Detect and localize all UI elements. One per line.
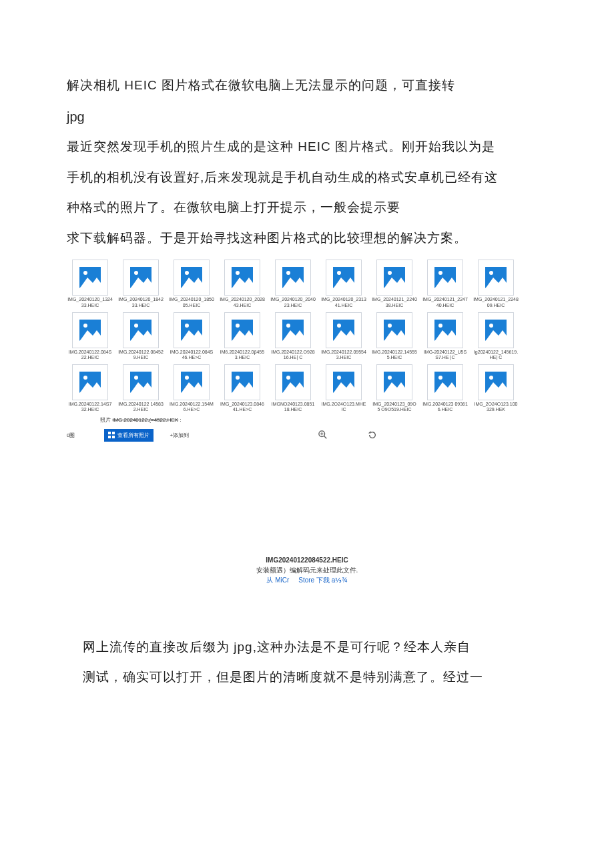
file-name: IMG.20240122.145555.HEIC bbox=[371, 350, 418, 360]
svg-point-5 bbox=[185, 271, 189, 275]
image-placeholder-icon bbox=[478, 312, 514, 348]
file-name: IM6.20240122.0β4553.HEIC bbox=[219, 350, 266, 360]
image-placeholder-icon bbox=[478, 364, 514, 400]
image-placeholder-icon bbox=[427, 260, 463, 296]
image-placeholder-icon bbox=[174, 364, 210, 400]
file-item[interactable]: IMG.20240122.095543.HEIC bbox=[320, 312, 367, 360]
file-item[interactable]: IMG_20240121_224038.HEIC bbox=[371, 260, 418, 308]
codec-filename: IMG20240122084522.HEIC bbox=[220, 555, 394, 565]
rotate-icon[interactable] bbox=[368, 430, 377, 440]
file-item[interactable]: IMG_20240120_184233.HEIC bbox=[117, 260, 164, 308]
text: 手机的相机没有设置好,后来发现就是手机自动生成的格式安卓机已经有这 bbox=[67, 170, 498, 184]
text: IMG.20240122.(=4522.HEK bbox=[112, 417, 178, 423]
file-name: IMG.20240122.084S46.HE>C bbox=[168, 350, 215, 360]
svg-point-53 bbox=[489, 376, 493, 380]
image-placeholder-icon bbox=[275, 260, 311, 296]
view-all-photos-button[interactable]: 查看所有照片 bbox=[104, 429, 154, 442]
file-name: IMG.20240122 145832.HEIC bbox=[117, 402, 164, 412]
file-item[interactable]: IMG.20240122.O92816.HE∣C bbox=[270, 312, 316, 360]
file-item[interactable]: IMG_20240120_202843.HEIC bbox=[219, 260, 266, 308]
file-item[interactable]: IMG_20240120_231341.HEIC bbox=[320, 260, 367, 308]
svg-point-29 bbox=[337, 324, 341, 328]
file-item[interactable]: IMG_20240120_132433.HEIC bbox=[67, 260, 113, 308]
svg-point-19 bbox=[83, 324, 87, 328]
file-item[interactable]: Ig20240122_145619.HE∣C bbox=[473, 312, 519, 360]
image-placeholder-icon bbox=[224, 364, 260, 400]
photos-app-bar: 照片 IMG.20240122.(=4522.HEK : 0图 查看所有照片 +… bbox=[67, 416, 547, 442]
svg-point-3 bbox=[134, 271, 138, 275]
text: 求下载解码器。于是开始寻找这种图片格式的比较理想的解决方案。 bbox=[67, 231, 467, 245]
store-link-2[interactable]: Store 下我 a⅓¾ bbox=[298, 576, 347, 584]
file-item[interactable]: IMG.20240122.145555.HEIC bbox=[371, 312, 418, 360]
file-name: IMG-20240122_U5SS7.HE∣C bbox=[422, 350, 469, 360]
title-line-1: 解决相机 HEIC 图片格式在微软电脑上无法显示的问题，可直接转 bbox=[67, 73, 547, 97]
file-name: IMG_20240120_204023.HEIC bbox=[270, 297, 316, 308]
svg-point-11 bbox=[337, 271, 341, 275]
zoom-in-icon[interactable] bbox=[318, 430, 328, 440]
file-item[interactable]: IMG-20240122_U5SS7.HE∣C bbox=[422, 312, 469, 360]
add-to-button[interactable]: +添加到 bbox=[170, 432, 189, 439]
file-item[interactable]: IMGNO240123.085118.HEIC bbox=[270, 364, 316, 412]
left-label: 0图 bbox=[67, 432, 75, 439]
file-name: IMG_2O24O123.100329.HEK bbox=[473, 402, 519, 412]
file-name: IMG_20240120_184233.HEIC bbox=[117, 297, 164, 308]
file-item[interactable]: IMG.20240122.084529.HEIC bbox=[117, 312, 164, 360]
file-name: IMGNO240123.085118.HEIC bbox=[270, 402, 316, 412]
image-placeholder-icon bbox=[224, 312, 260, 348]
text: 网上流传的直接改后缀为 jpg,这种办法是不是可行呢？经本人亲自 bbox=[83, 640, 471, 654]
file-item[interactable]: IMG_20240121_224740.HEIC bbox=[422, 260, 469, 308]
svg-point-49 bbox=[388, 376, 392, 380]
text: : bbox=[178, 417, 181, 423]
svg-line-59 bbox=[324, 436, 327, 439]
image-placeholder-icon bbox=[72, 364, 108, 400]
file-item[interactable]: IMG.20240122.14S732.HEIC bbox=[67, 364, 113, 412]
svg-point-9 bbox=[286, 271, 290, 275]
file-name: IMG_20240123.084641.HE>C bbox=[219, 402, 266, 412]
image-placeholder-icon bbox=[427, 312, 463, 348]
image-placeholder-icon bbox=[478, 260, 514, 296]
image-placeholder-icon bbox=[376, 364, 412, 400]
file-item[interactable]: IMG.20240122 145832.HEIC bbox=[117, 364, 164, 412]
file-name: IMG.20240122.095543.HEIC bbox=[320, 350, 367, 360]
screenshot-file-explorer: IMG_20240120_132433.HEICIMG_20240120_184… bbox=[67, 260, 547, 441]
file-name: IMG_20240120_185005.HEIC bbox=[168, 297, 215, 308]
file-name: IMG.2O24O123.MHEIC bbox=[320, 402, 367, 412]
image-placeholder-icon bbox=[376, 260, 412, 296]
store-link-1[interactable]: 从 MiCr bbox=[266, 576, 289, 584]
file-name: Ig20240122_145619.HE∣C bbox=[473, 350, 519, 360]
title-line-2: jpg bbox=[67, 109, 547, 125]
text: 最近突然发现手机的照片生成的是这种 HEIC 图片格式。刚开始我以为是 bbox=[67, 139, 495, 153]
image-placeholder-icon bbox=[123, 312, 159, 348]
image-placeholder-icon bbox=[275, 312, 311, 348]
svg-point-25 bbox=[236, 324, 240, 328]
file-name: IMG.20240123 093616.HEIC bbox=[422, 402, 469, 412]
file-item[interactable]: IMG_20240120_185005.HEIC bbox=[168, 260, 215, 308]
file-item[interactable]: IMG_20240120_204023.HEIC bbox=[270, 260, 316, 308]
svg-point-21 bbox=[134, 324, 138, 328]
svg-point-39 bbox=[134, 376, 138, 380]
image-placeholder-icon bbox=[326, 364, 362, 400]
image-placeholder-icon bbox=[376, 312, 412, 348]
file-name: IMG_20240120_132433.HEIC bbox=[67, 297, 113, 308]
svg-point-15 bbox=[438, 271, 442, 275]
file-name: IMG_20240120_202843.HEIC bbox=[219, 297, 266, 308]
svg-point-37 bbox=[83, 376, 87, 380]
file-item[interactable]: IMG_20240123_09O5 O9O519.HEIC bbox=[371, 364, 418, 412]
file-name: IMG_20240123_09O5 O9O519.HEIC bbox=[371, 402, 418, 412]
file-item[interactable]: IMG_2O24O123.100329.HEK bbox=[473, 364, 519, 412]
paragraph-2: 网上流传的直接改后缀为 jpg,这种办法是不是可行呢？经本人亲自 测试，确实可以… bbox=[67, 632, 547, 693]
file-item[interactable]: IMG.20240123 093616.HEIC bbox=[422, 364, 469, 412]
svg-rect-54 bbox=[108, 432, 111, 434]
file-item[interactable]: IMG.20240122.084S22.HEIC bbox=[67, 312, 113, 360]
file-item[interactable]: IMG_20240123.084641.HE>C bbox=[219, 364, 266, 412]
file-name: IMG_20240121_224809.HEIC bbox=[473, 297, 519, 308]
text: 照片 bbox=[100, 417, 112, 423]
file-item[interactable]: IMG.20240122.154M6.HE>C bbox=[168, 364, 215, 412]
image-placeholder-icon bbox=[123, 364, 159, 400]
file-item[interactable]: IMG_20240121_224809.HEIC bbox=[473, 260, 519, 308]
file-item[interactable]: IMG.2O24O123.MHEIC bbox=[320, 364, 367, 412]
file-item[interactable]: IM6.20240122.0β4553.HEIC bbox=[219, 312, 266, 360]
svg-point-27 bbox=[286, 324, 290, 328]
file-item[interactable]: IMG.20240122.084S46.HE>C bbox=[168, 312, 215, 360]
file-name: IMG_20240121_224740.HEIC bbox=[422, 297, 469, 308]
